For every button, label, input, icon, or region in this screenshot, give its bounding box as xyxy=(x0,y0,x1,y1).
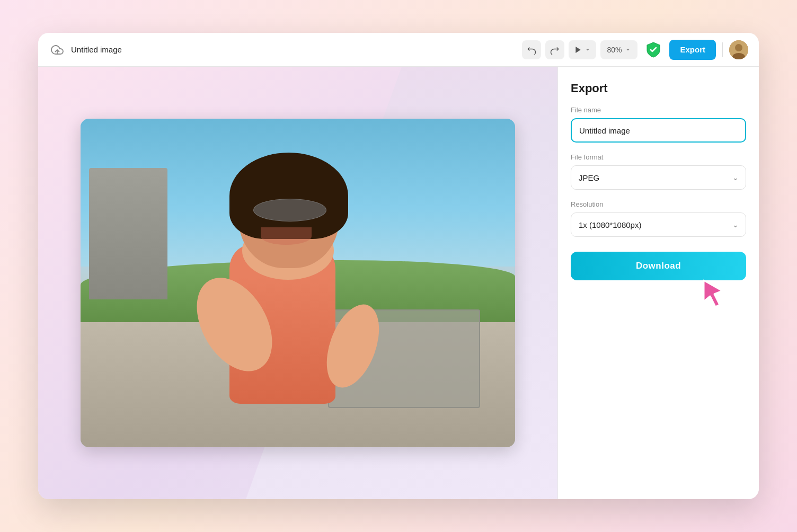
download-button[interactable]: Download xyxy=(571,252,746,280)
undo-button[interactable] xyxy=(522,40,541,59)
file-format-group: File format JPEG PNG WebP SVG ⌄ xyxy=(571,153,746,190)
export-button[interactable]: Export xyxy=(669,40,716,60)
toolbar: Untitled image xyxy=(38,33,759,67)
file-format-label: File format xyxy=(571,153,746,161)
resolution-group: Resolution 1x (1080*1080px) 2x (2160*216… xyxy=(571,200,746,237)
svg-point-3 xyxy=(735,44,742,51)
resolution-select[interactable]: 1x (1080*1080px) 2x (2160*2160px) 0.5x (… xyxy=(571,212,746,237)
canvas-area[interactable] xyxy=(38,67,557,499)
file-name-input[interactable] xyxy=(571,118,746,143)
toolbar-left: Untitled image xyxy=(49,41,516,58)
resolution-wrapper: 1x (1080*1080px) 2x (2160*2160px) 0.5x (… xyxy=(571,212,746,237)
shield-button[interactable] xyxy=(644,40,663,59)
cursor-indicator xyxy=(698,278,730,309)
file-format-wrapper: JPEG PNG WebP SVG ⌄ xyxy=(571,165,746,190)
photo-background xyxy=(81,119,515,447)
file-format-select[interactable]: JPEG PNG WebP SVG xyxy=(571,165,746,190)
zoom-control[interactable]: 80% xyxy=(600,40,637,59)
file-title: Untitled image xyxy=(71,45,122,54)
panel-title: Export xyxy=(571,82,746,95)
toolbar-right: Export xyxy=(644,40,748,60)
toolbar-actions: 80% xyxy=(522,40,637,59)
svg-marker-5 xyxy=(704,280,722,307)
cloud-save-icon[interactable] xyxy=(49,41,66,58)
resolution-label: Resolution xyxy=(571,200,746,208)
user-avatar[interactable] xyxy=(729,40,748,59)
main-content: Export File name File format JPEG PNG We… xyxy=(38,67,759,499)
file-name-label: File name xyxy=(571,106,746,114)
app-window: Untitled image xyxy=(38,33,759,499)
toolbar-divider xyxy=(722,42,723,57)
photo-frame xyxy=(81,119,515,447)
file-name-group: File name xyxy=(571,106,746,143)
download-area: Download xyxy=(571,247,746,280)
export-panel: Export File name File format JPEG PNG We… xyxy=(557,67,759,499)
svg-marker-1 xyxy=(576,47,581,53)
play-button[interactable] xyxy=(569,40,596,59)
zoom-value: 80% xyxy=(607,46,622,54)
person-figure xyxy=(202,158,385,447)
building-structure xyxy=(89,168,167,299)
redo-button[interactable] xyxy=(545,40,564,59)
